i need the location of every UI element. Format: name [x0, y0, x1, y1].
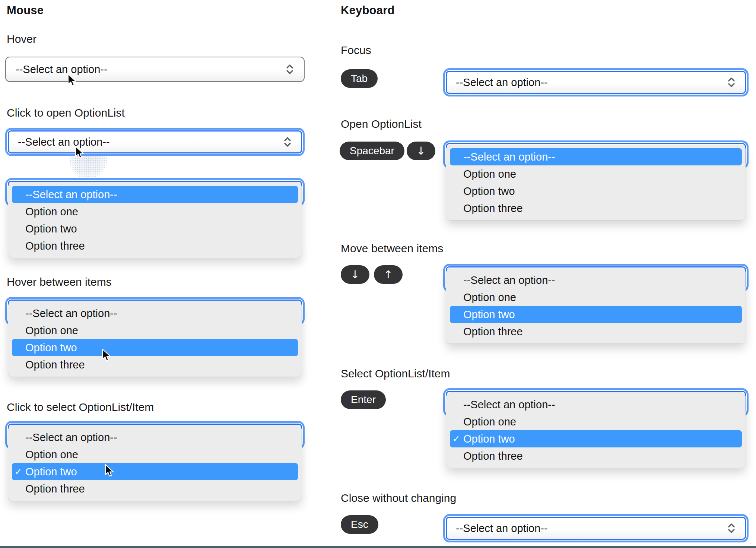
select-item-optionlist-mouse: --Select an option-- Option one ✓Option … [5, 421, 305, 501]
section-label-hover-items: Hover between items [7, 276, 112, 288]
option-item[interactable]: Option one [450, 165, 742, 183]
option-label: --Select an option-- [25, 307, 117, 319]
option-item-highlighted[interactable]: Option two [12, 339, 298, 356]
section-label-focus: Focus [341, 44, 371, 57]
key-badge-esc: Esc [341, 515, 378, 534]
option-label: Option three [25, 240, 85, 252]
option-label: Option one [25, 206, 78, 218]
option-item[interactable]: Option three [12, 356, 298, 373]
select-focused-esc[interactable]: --Select an option-- [443, 514, 749, 542]
option-label: Option one [463, 168, 516, 180]
select-value: --Select an option-- [456, 76, 548, 89]
section-label-click-open: Click to open OptionList [7, 107, 125, 119]
select-value: --Select an option-- [18, 136, 110, 148]
option-label: Option one [25, 449, 78, 460]
option-label: Option three [25, 483, 85, 495]
key-badge-arrow-down: ↓ [341, 265, 369, 284]
option-label: Option one [463, 416, 516, 428]
move-items-optionlist: --Select an option-- Option one Option t… [443, 264, 749, 343]
section-label-hover: Hover [7, 33, 36, 45]
select-focused-tab[interactable]: --Select an option-- [443, 68, 749, 96]
option-item[interactable]: --Select an option-- [450, 272, 742, 289]
select-interaction-guide: Mouse Hover --Select an option-- Click t… [0, 0, 756, 548]
option-list-panel: --Select an option-- Option one Option t… [446, 268, 746, 343]
open-optionlist-keyboard: --Select an option-- Option one Option t… [443, 140, 749, 220]
option-label: Option three [25, 359, 85, 371]
option-label: Option two [25, 223, 77, 235]
option-label: Option three [463, 450, 523, 462]
option-label: Option one [25, 324, 78, 336]
option-item-selected[interactable]: ✓Option two [450, 430, 742, 447]
option-label: --Select an option-- [25, 431, 117, 443]
column-title-mouse: Mouse [7, 4, 44, 17]
option-label: --Select an option-- [463, 151, 555, 163]
option-label: --Select an option-- [25, 189, 117, 200]
option-list-panel: --Select an option-- Option one ✓Option … [8, 425, 302, 501]
section-label-click-select: Click to select OptionList/Item [7, 401, 154, 414]
option-label: Option two [463, 185, 515, 197]
option-item[interactable]: Option one [12, 446, 298, 463]
option-item[interactable]: Option three [450, 447, 742, 465]
option-item[interactable]: Option three [450, 323, 742, 340]
option-item[interactable]: --Select an option-- [450, 396, 742, 413]
option-label: --Select an option-- [463, 274, 555, 286]
option-label: Option two [463, 433, 515, 445]
option-label: Option two [25, 466, 77, 478]
section-label-move: Move between items [341, 242, 443, 255]
option-item[interactable]: Option two [450, 183, 742, 200]
option-label: Option three [463, 202, 523, 214]
select-value: --Select an option-- [16, 63, 108, 76]
column-title-keyboard: Keyboard [341, 4, 395, 17]
option-item[interactable]: Option one [450, 289, 742, 306]
option-list-panel: --Select an option-- Option one Option t… [8, 183, 302, 258]
select-item-optionlist-keyboard: --Select an option-- Option one ✓Option … [443, 388, 749, 468]
option-item[interactable]: --Select an option-- [12, 429, 298, 446]
bottom-divider [0, 546, 756, 548]
key-badge-enter: Enter [341, 390, 386, 409]
chevron-up-down-icon [727, 522, 736, 534]
option-label: Option one [463, 291, 516, 303]
option-list-panel: --Select an option-- Option one Option t… [446, 145, 746, 220]
key-badge-arrow-down: ↓ [407, 142, 435, 160]
chevron-up-down-icon [283, 136, 292, 148]
option-item-highlighted[interactable]: --Select an option-- [12, 186, 298, 203]
option-item[interactable]: --Select an option-- [12, 305, 298, 322]
checkmark-icon: ✓ [452, 430, 460, 447]
mouse-cursor-icon [74, 146, 85, 160]
option-item-selected[interactable]: ✓Option two [12, 463, 298, 480]
option-list-panel: --Select an option-- Option one ✓Option … [446, 393, 746, 468]
option-item[interactable]: Option one [450, 413, 742, 430]
open-optionlist-mouse: --Select an option-- Option one Option t… [5, 178, 305, 258]
option-list-panel: --Select an option-- Option one Option t… [8, 301, 302, 377]
select-focused-click[interactable]: --Select an option-- [5, 128, 305, 156]
option-item[interactable]: Option three [12, 480, 298, 497]
option-label: Option two [25, 342, 77, 354]
option-item[interactable]: Option one [12, 322, 298, 339]
option-item[interactable]: Option three [12, 237, 298, 254]
key-badge-tab: Tab [341, 69, 378, 88]
option-label: Option two [463, 308, 515, 320]
checkmark-icon: ✓ [15, 463, 22, 480]
option-item[interactable]: Option three [450, 200, 742, 217]
option-item[interactable]: Option two [12, 220, 298, 237]
section-label-close: Close without changing [341, 492, 456, 504]
mouse-cursor-icon [104, 464, 115, 478]
select-closed-hover[interactable]: --Select an option-- [5, 57, 305, 82]
option-item[interactable]: Option one [12, 203, 298, 220]
chevron-up-down-icon [727, 76, 736, 88]
option-item-highlighted[interactable]: Option two [450, 306, 742, 323]
section-label-select: Select OptionList/Item [341, 367, 450, 380]
chevron-up-down-icon [285, 63, 294, 75]
mouse-cursor-icon [67, 74, 77, 88]
hover-items-optionlist: --Select an option-- Option one Option t… [5, 297, 305, 377]
mouse-cursor-icon [101, 349, 112, 363]
option-label: --Select an option-- [463, 399, 555, 411]
key-badge-spacebar: Spacebar [340, 142, 404, 160]
option-item-highlighted[interactable]: --Select an option-- [450, 148, 742, 165]
key-badge-arrow-up: ↑ [374, 265, 403, 284]
section-label-open: Open OptionList [341, 118, 422, 130]
option-label: Option three [463, 326, 523, 338]
select-value: --Select an option-- [456, 522, 548, 535]
